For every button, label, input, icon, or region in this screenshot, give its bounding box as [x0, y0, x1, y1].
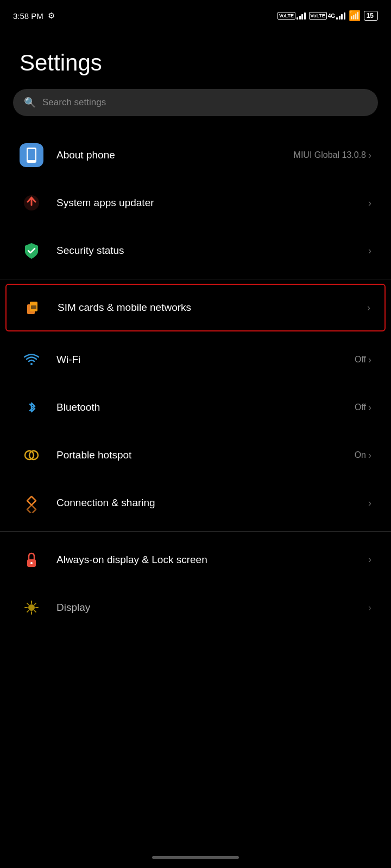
- settings-group-system: About phone MIUI Global 13.0.8 › System …: [0, 131, 391, 275]
- settings-item-display[interactable]: Display ›: [0, 584, 391, 631]
- settings-item-security-status[interactable]: Security status ›: [0, 227, 391, 275]
- signal-bars-1: [297, 12, 306, 20]
- search-bar[interactable]: 🔍 Search settings: [13, 89, 378, 116]
- settings-item-about-phone[interactable]: About phone MIUI Global 13.0.8 ›: [0, 131, 391, 179]
- settings-item-bluetooth[interactable]: Bluetooth Off ›: [0, 384, 391, 431]
- settings-item-system-apps-updater[interactable]: System apps updater ›: [0, 179, 391, 227]
- svg-point-2: [31, 161, 33, 162]
- search-icon: 🔍: [24, 97, 36, 108]
- bottom-nav-bar: [0, 846, 391, 868]
- bluetooth-label: Bluetooth: [56, 401, 100, 413]
- divider-2: [0, 531, 391, 532]
- svg-point-11: [30, 562, 33, 564]
- volte2-indicator: VoLTE 4G: [309, 12, 345, 20]
- settings-item-sim-cards[interactable]: SIM cards & mobile networks ›: [7, 285, 384, 330]
- svg-line-20: [27, 610, 29, 612]
- svg-line-17: [27, 603, 29, 605]
- svg-point-7: [30, 363, 33, 365]
- battery-level: 15: [367, 12, 374, 20]
- settings-item-sim-cards-wrapper[interactable]: SIM cards & mobile networks ›: [5, 284, 386, 331]
- hotspot-chevron: ›: [368, 450, 371, 461]
- wifi-value: Off: [355, 355, 366, 365]
- hotspot-value: On: [355, 450, 366, 460]
- about-phone-chevron: ›: [368, 150, 371, 161]
- phone-icon-bg: [20, 143, 43, 167]
- connection-sharing-label: Connection & sharing: [56, 497, 155, 509]
- display-label: Display: [56, 602, 90, 614]
- shield-icon: [22, 241, 41, 260]
- hotspot-label: Portable hotspot: [56, 449, 131, 461]
- settings-group-network: SIM cards & mobile networks › Wi-Fi Off …: [0, 284, 391, 527]
- connection-sharing-chevron: ›: [368, 497, 371, 509]
- display-chevron: ›: [368, 602, 371, 614]
- home-indicator: [152, 856, 239, 859]
- sim-icon: [23, 298, 42, 317]
- wifi-chevron: ›: [368, 354, 371, 366]
- lock-icon: [22, 550, 41, 570]
- system-apps-updater-chevron: ›: [368, 197, 371, 209]
- always-on-display-chevron: ›: [368, 554, 371, 565]
- hotspot-icon: [22, 445, 41, 465]
- svg-rect-6: [31, 305, 36, 309]
- settings-group-display: Always-on display & Lock screen › Disp: [0, 536, 391, 631]
- settings-item-always-on-display[interactable]: Always-on display & Lock screen ›: [0, 536, 391, 584]
- status-left: 3:58 PM ⚙: [13, 11, 55, 21]
- svg-rect-1: [28, 149, 35, 160]
- search-placeholder: Search settings: [42, 97, 106, 108]
- share-icon: [22, 493, 41, 513]
- status-right: VoLTE VoLTE 4G 📶 15: [278, 10, 378, 22]
- status-bar: 3:58 PM ⚙ VoLTE VoLTE 4G 📶: [0, 0, 391, 28]
- about-phone-value: MIUI Global 13.0.8: [294, 150, 366, 160]
- sim-cards-label: SIM cards & mobile networks: [58, 302, 191, 314]
- wifi-icon: [22, 350, 41, 369]
- volte1-indicator: VoLTE: [278, 12, 306, 20]
- bluetooth-icon: [22, 398, 41, 417]
- sim-cards-chevron: ›: [367, 302, 370, 314]
- phone-icon: [22, 145, 41, 165]
- security-status-label: Security status: [56, 245, 124, 257]
- signal-bars-2: [336, 12, 345, 20]
- bluetooth-value: Off: [355, 403, 366, 412]
- divider-1: [0, 279, 391, 279]
- svg-point-12: [28, 604, 35, 611]
- security-status-chevron: ›: [368, 245, 371, 257]
- always-on-display-label: Always-on display & Lock screen: [56, 553, 207, 567]
- update-icon: [22, 193, 41, 213]
- about-phone-label: About phone: [56, 149, 115, 161]
- time-display: 3:58 PM: [13, 11, 43, 21]
- page-title: Settings: [0, 28, 391, 89]
- wifi-status-icon: 📶: [349, 10, 361, 22]
- gear-icon: ⚙: [48, 11, 55, 21]
- settings-item-connection-sharing[interactable]: Connection & sharing ›: [0, 479, 391, 527]
- wifi-label: Wi-Fi: [56, 354, 80, 366]
- settings-item-wifi[interactable]: Wi-Fi Off ›: [0, 336, 391, 384]
- bluetooth-chevron: ›: [368, 402, 371, 413]
- svg-line-19: [34, 603, 36, 605]
- battery-indicator: 15: [364, 11, 378, 21]
- system-apps-updater-label: System apps updater: [56, 197, 154, 209]
- svg-line-18: [34, 610, 36, 612]
- display-icon: [22, 598, 41, 617]
- settings-item-hotspot[interactable]: Portable hotspot On ›: [0, 431, 391, 479]
